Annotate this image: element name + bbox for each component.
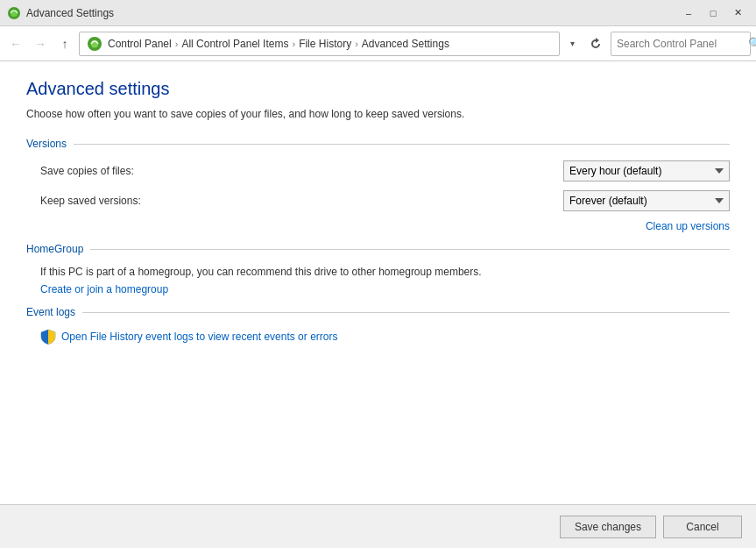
versions-divider: [74, 144, 730, 145]
homegroup-divider: [90, 249, 730, 250]
versions-label: Versions: [26, 138, 67, 150]
cleanup-versions-link[interactable]: Clean up versions: [646, 220, 730, 232]
search-box[interactable]: 🔍: [611, 32, 751, 56]
address-dropdown-button[interactable]: ▾: [563, 32, 581, 56]
versions-section-header: Versions: [26, 138, 730, 150]
breadcrumb-current: Advanced Settings: [362, 38, 449, 50]
event-log-link[interactable]: Open File History event logs to view rec…: [61, 331, 337, 343]
homegroup-link[interactable]: Create or join a homegroup: [40, 283, 168, 295]
homegroup-label: HomeGroup: [26, 243, 83, 255]
save-copies-label: Save copies of files:: [40, 165, 563, 177]
homegroup-body: If this PC is part of a homegroup, you c…: [26, 266, 730, 295]
page-description: Choose how often you want to save copies…: [26, 108, 730, 120]
keep-versions-select[interactable]: 1 month 3 months 6 months 9 months 1 yea…: [563, 190, 730, 211]
maximize-button[interactable]: □: [702, 2, 724, 25]
window-title: Advanced Settings: [26, 7, 677, 19]
main-content: Advanced settings Choose how often you w…: [0, 61, 756, 504]
cancel-button[interactable]: Cancel: [663, 516, 742, 538]
path-icon: [87, 36, 102, 52]
keep-versions-row: Keep saved versions: 1 month 3 months 6 …: [26, 190, 730, 211]
save-copies-select[interactable]: Every 10 minutes Every 15 minutes Every …: [563, 160, 730, 181]
homegroup-section-header: HomeGroup: [26, 243, 730, 255]
search-input[interactable]: [617, 38, 748, 50]
app-icon: [7, 6, 21, 20]
minimize-button[interactable]: –: [677, 2, 700, 25]
page-title: Advanced settings: [26, 79, 730, 99]
refresh-button[interactable]: [584, 32, 607, 55]
homegroup-description: If this PC is part of a homegroup, you c…: [40, 266, 730, 278]
up-button[interactable]: ↑: [54, 33, 75, 54]
breadcrumb-control-panel[interactable]: Control Panel: [108, 38, 172, 50]
breadcrumb-all-items[interactable]: All Control Panel Items: [181, 38, 288, 50]
footer: Save changes Cancel: [0, 504, 756, 548]
search-icon: 🔍: [748, 37, 756, 50]
close-button[interactable]: ✕: [726, 2, 749, 25]
breadcrumb-file-history[interactable]: File History: [299, 38, 351, 50]
cleanup-row: Clean up versions: [26, 220, 730, 232]
event-logs-section-header: Event logs: [26, 306, 730, 318]
event-logs-divider: [82, 312, 730, 313]
shield-icon: [40, 329, 56, 345]
forward-button[interactable]: →: [30, 33, 51, 54]
keep-versions-label: Keep saved versions:: [40, 195, 563, 207]
address-path: Control Panel › All Control Panel Items …: [79, 32, 560, 56]
save-changes-button[interactable]: Save changes: [560, 516, 656, 538]
window-controls: – □ ✕: [677, 2, 749, 25]
event-log-row: Open File History event logs to view rec…: [26, 329, 730, 345]
save-copies-row: Save copies of files: Every 10 minutes E…: [26, 160, 730, 181]
address-bar: ← → ↑ Control Panel › All Control Panel …: [0, 26, 756, 61]
event-logs-label: Event logs: [26, 306, 75, 318]
back-button[interactable]: ←: [5, 33, 26, 54]
title-bar: Advanced Settings – □ ✕: [0, 0, 756, 26]
